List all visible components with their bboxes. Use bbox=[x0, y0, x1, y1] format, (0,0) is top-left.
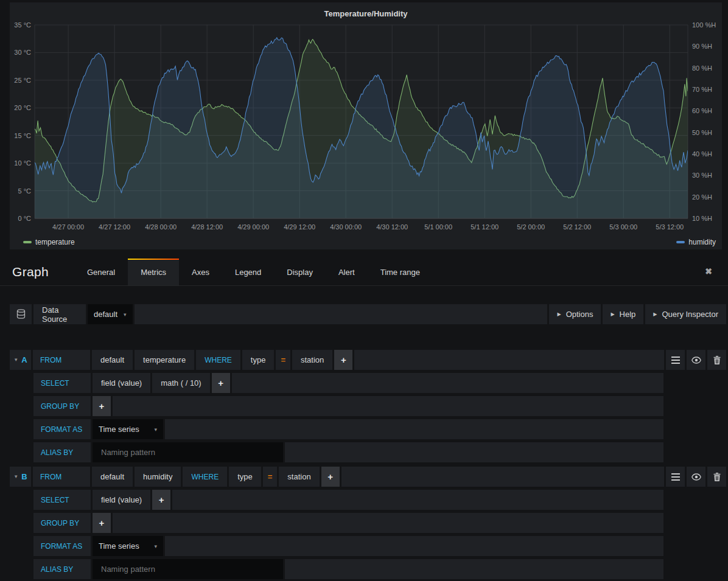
query-b-measurement[interactable]: humidity bbox=[135, 467, 181, 487]
tab-general[interactable]: General bbox=[74, 259, 128, 285]
x-tick-label: 4/29 12:00 bbox=[284, 223, 315, 231]
right-axis-tick: 40 %H bbox=[692, 150, 712, 158]
left-axis-tick: 35 °C bbox=[14, 21, 31, 29]
tab-legend[interactable]: Legend bbox=[222, 259, 274, 285]
query-b-tag-value[interactable]: station bbox=[279, 467, 319, 487]
left-axis-tick: 25 °C bbox=[14, 77, 31, 84]
query-a-format-select[interactable]: Time series ▾ bbox=[93, 419, 163, 439]
legend-item-temperature[interactable]: temperature bbox=[23, 238, 75, 246]
query-b-groupby-filler bbox=[113, 513, 663, 533]
query-b-where-add-button[interactable]: + bbox=[321, 467, 340, 487]
chevron-down-icon: ▾ bbox=[124, 311, 127, 318]
query-b-groupby-row: GROUP BY + bbox=[33, 513, 663, 533]
where-keyword: WHERE bbox=[196, 350, 240, 370]
series-group bbox=[35, 38, 688, 218]
tab-metrics[interactable]: Metrics bbox=[128, 259, 179, 285]
x-tick-label: 4/30 12:00 bbox=[376, 223, 408, 231]
left-axis-tick: 5 °C bbox=[18, 187, 31, 195]
help-button[interactable]: ▶ Help bbox=[603, 304, 643, 324]
chevron-down-icon: ▼ bbox=[13, 357, 18, 363]
query-b-select-add-button[interactable]: + bbox=[152, 490, 170, 510]
query-b-eye-icon[interactable] bbox=[687, 467, 705, 487]
tab-alert[interactable]: Alert bbox=[326, 259, 368, 285]
close-icon[interactable]: ✖ bbox=[705, 266, 712, 276]
query-a-operator[interactable]: = bbox=[276, 350, 290, 370]
x-tick-label: 4/28 12:00 bbox=[191, 223, 223, 231]
query-b-groupby-add-button[interactable]: + bbox=[93, 513, 111, 533]
query-b-format-filler bbox=[165, 536, 663, 556]
x-tick-label: 5/3 12:00 bbox=[656, 223, 684, 231]
query-a-groupby-filler bbox=[113, 396, 663, 416]
from-keyword: FROM bbox=[33, 350, 90, 370]
query-b-format-select[interactable]: Time series ▾ bbox=[93, 536, 163, 556]
page: 0 °C5 °C10 °C15 °C20 °C25 °C30 °C35 °C10… bbox=[0, 0, 728, 581]
from-keyword: FROM bbox=[33, 467, 90, 487]
query-a-groupby-add-button[interactable]: + bbox=[93, 396, 111, 416]
query-a-eye-icon[interactable] bbox=[687, 350, 705, 370]
query-b-collapse[interactable]: ▼ B bbox=[10, 467, 31, 487]
query-a-collapse[interactable]: ▼ A bbox=[10, 350, 31, 370]
left-axis-tick: 0 °C bbox=[18, 215, 31, 222]
right-axis-tick: 100 %H bbox=[692, 21, 716, 29]
tab-axes[interactable]: Axes bbox=[179, 259, 222, 285]
chevron-down-icon: ▼ bbox=[13, 474, 18, 479]
left-axis-tick: 10 °C bbox=[14, 159, 31, 167]
right-axis-tick: 60 %H bbox=[692, 107, 712, 114]
humidity-legend-label[interactable]: humidity bbox=[688, 238, 716, 246]
query-a-select-math[interactable]: math ( / 10) bbox=[152, 373, 209, 393]
query-b-trash-icon[interactable] bbox=[707, 467, 726, 487]
format-value: Time series bbox=[99, 425, 139, 434]
query-b-menu-icon[interactable] bbox=[666, 467, 685, 487]
x-tick-label: 4/28 00:00 bbox=[145, 223, 177, 231]
formatas-keyword: FORMAT AS bbox=[33, 419, 91, 439]
query-a-alias-row: ALIAS BY bbox=[33, 442, 663, 462]
query-a-policy[interactable]: default bbox=[92, 350, 133, 370]
x-tick-label: 5/2 12:00 bbox=[563, 223, 591, 231]
select-keyword: SELECT bbox=[33, 373, 91, 393]
where-keyword: WHERE bbox=[183, 467, 227, 487]
options-button[interactable]: ▶ Options bbox=[549, 304, 601, 324]
query-a-where-add-button[interactable]: + bbox=[334, 350, 352, 370]
query-b-policy[interactable]: default bbox=[92, 467, 133, 487]
panel-editor-tabbar: Graph General Metrics Axes Legend Displa… bbox=[0, 259, 728, 286]
graph-panel: 0 °C5 °C10 °C15 °C20 °C25 °C30 °C35 °C10… bbox=[10, 2, 722, 249]
temperature-legend-label[interactable]: temperature bbox=[35, 238, 75, 246]
x-tick-label: 5/1 00:00 bbox=[424, 223, 452, 231]
query-a-select-field[interactable]: field (value) bbox=[93, 373, 150, 393]
temperature-legend-swatch bbox=[23, 241, 32, 243]
left-axis-tick: 20 °C bbox=[14, 104, 31, 111]
datasource-icon bbox=[10, 304, 32, 324]
caret-right-icon: ▶ bbox=[653, 311, 657, 317]
x-tick-label: 5/2 00:00 bbox=[517, 223, 545, 231]
query-a-alias-input[interactable] bbox=[93, 442, 283, 462]
query-b-select-row: SELECT field (value) + bbox=[33, 490, 663, 510]
query-a-menu-icon[interactable] bbox=[666, 350, 685, 370]
right-axis-tick: 80 %H bbox=[692, 64, 712, 72]
panel-type-title: Graph bbox=[12, 265, 49, 279]
query-letter: B bbox=[21, 472, 27, 481]
datasource-select[interactable]: default ▾ bbox=[88, 304, 133, 324]
legend-item-humidity[interactable]: humidity bbox=[676, 238, 716, 246]
query-a-format-row: FORMAT AS Time series ▾ bbox=[33, 419, 663, 439]
query-a-tag-key[interactable]: type bbox=[242, 350, 275, 370]
right-axis-tick: 20 %H bbox=[692, 193, 712, 201]
aliasby-keyword: ALIAS BY bbox=[33, 559, 91, 579]
query-b-select-filler bbox=[172, 490, 663, 510]
chevron-down-icon: ▾ bbox=[154, 426, 157, 433]
query-inspector-button-label: Query Inspector bbox=[662, 310, 719, 319]
query-a-trash-icon[interactable] bbox=[707, 350, 726, 370]
query-a-tag-value[interactable]: station bbox=[292, 350, 332, 370]
query-a-from-filler bbox=[354, 350, 664, 370]
query-b-operator[interactable]: = bbox=[263, 467, 278, 487]
query-b-tag-key[interactable]: type bbox=[229, 467, 261, 487]
tab-time-range[interactable]: Time range bbox=[368, 259, 433, 285]
tab-display[interactable]: Display bbox=[274, 259, 326, 285]
groupby-keyword: GROUP BY bbox=[33, 396, 91, 416]
query-b-alias-input[interactable] bbox=[93, 559, 283, 579]
query-b-from-filler bbox=[341, 467, 664, 487]
query-a-measurement[interactable]: temperature bbox=[135, 350, 194, 370]
query-b-select-field[interactable]: field (value) bbox=[93, 490, 150, 510]
aliasby-keyword: ALIAS BY bbox=[33, 442, 91, 462]
query-inspector-button[interactable]: ▶ Query Inspector bbox=[645, 304, 726, 324]
query-a-select-add-button[interactable]: + bbox=[212, 373, 230, 393]
